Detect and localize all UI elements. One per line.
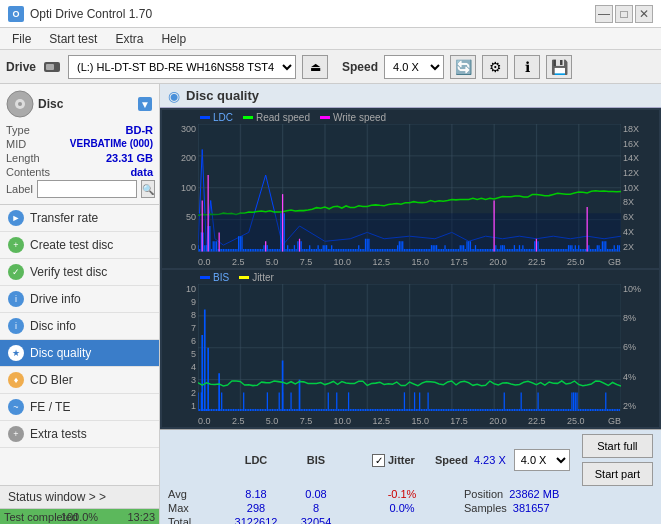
max-jitter: 0.0% [372,502,432,514]
y-label-right: 10% [623,284,641,294]
maximize-button[interactable]: □ [615,5,633,23]
y-label-right: 8X [623,197,634,207]
write-speed-legend-label: Write speed [333,112,386,123]
y-label: 10 [186,284,196,294]
samples-label: Samples [464,502,507,514]
x-label: 5.0 [266,416,279,426]
sidebar-item-disc-info[interactable]: i Disc info [0,313,159,340]
disc-mid-row: MID VERBATIMe (000) [6,138,153,150]
x-label: 15.0 [411,257,429,267]
refresh-button[interactable]: 🔄 [450,55,476,79]
sidebar-item-fe-te[interactable]: ~ FE / TE [0,394,159,421]
avg-jitter: -0.1% [372,488,432,500]
x-label: 12.5 [372,257,390,267]
disc-label-input[interactable] [37,180,137,198]
jitter-header-cell: ✓ Jitter [372,454,415,467]
stats-max-row: Max 298 8 0.0% Samples 381657 [164,502,657,514]
x-label: 7.5 [300,257,313,267]
speed-select-stats[interactable]: 4.0 X [514,449,570,471]
sidebar-item-drive-info[interactable]: i Drive info [0,286,159,313]
chart2-y-axis-right: 10% 8% 6% 4% 2% [621,284,659,412]
disc-options-icon[interactable]: ▼ [137,96,153,112]
y-label-right: 4% [623,372,636,382]
sidebar-item-disc-quality[interactable]: ★ Disc quality [0,340,159,367]
disc-header: Disc ▼ [6,90,153,118]
menu-extra[interactable]: Extra [107,30,151,48]
samples-value: 381657 [513,502,550,514]
disc-contents-row: Contents data [6,166,153,178]
disc-quality-header-icon: ◉ [168,88,180,104]
stats-header-row: LDC BIS ✓ Jitter Speed 4.23 X 4.0 X Star… [164,434,657,486]
chart1-legend: LDC Read speed Write speed [200,112,386,123]
x-label: 20.0 [489,416,507,426]
disc-quality-header: ◉ Disc quality [160,84,661,108]
start-full-button[interactable]: Start full [582,434,653,458]
main-layout: Disc ▼ Type BD-R MID VERBATIMe (000) Len… [0,84,661,524]
speed-value: 4.23 X [474,454,506,466]
disc-length-value: 23.31 GB [106,152,153,164]
disc-type-label: Type [6,124,30,136]
avg-label: Avg [168,488,224,500]
jitter-checkbox[interactable]: ✓ [372,454,385,467]
max-bis: 8 [288,502,344,514]
sidebar-item-label: FE / TE [30,400,70,414]
menu-help[interactable]: Help [153,30,194,48]
close-button[interactable]: ✕ [635,5,653,23]
bis-header: BIS [288,454,344,466]
total-ldc: 3122612 [228,516,284,524]
sidebar-item-extra-tests[interactable]: + Extra tests [0,421,159,448]
stats-total-row: Total 3122612 32054 [164,516,657,524]
legend-write-speed: Write speed [320,112,386,123]
disc-quality-title: Disc quality [186,88,259,103]
sidebar-item-create-test-disc[interactable]: + Create test disc [0,232,159,259]
y-label: 9 [191,297,196,307]
y-label-right: 2X [623,242,634,252]
y-label-right: 4X [623,227,634,237]
position-value: 23862 MB [509,488,559,500]
y-label: 4 [191,362,196,372]
disc-label-btn[interactable]: 🔍 [141,180,155,198]
y-label: 6 [191,336,196,346]
start-buttons: Start full Start part [582,434,653,486]
start-part-button[interactable]: Start part [582,462,653,486]
svg-text:▼: ▼ [140,99,150,110]
info-button[interactable]: ℹ [514,55,540,79]
y-label-right: 6X [623,212,634,222]
sidebar-item-cd-bier[interactable]: ♦ CD BIer [0,367,159,394]
y-label-right: 8% [623,313,636,323]
disc-mid-label: MID [6,138,26,150]
drive-info-icon: i [8,291,24,307]
x-label: 20.0 [489,257,507,267]
y-label-right: 6% [623,342,636,352]
x-label: 0.0 [198,257,211,267]
disc-section-title: Disc [38,97,63,111]
speed-select[interactable]: 4.0 X [384,55,444,79]
minimize-button[interactable]: — [595,5,613,23]
y-label: 0 [191,242,196,252]
disc-contents-label: Contents [6,166,50,178]
menu-start-test[interactable]: Start test [41,30,105,48]
chart1-container: LDC Read speed Write speed 300 200 100 [162,110,659,268]
x-label: 25.0 [567,416,585,426]
eject-button[interactable]: ⏏ [302,55,328,79]
y-label: 7 [191,323,196,333]
drivebar: Drive (L:) HL-DT-ST BD-RE WH16NS58 TST4 … [0,50,661,84]
drive-select[interactable]: (L:) HL-DT-ST BD-RE WH16NS58 TST4 [68,55,296,79]
progress-bar-container: Test completed 100.0% 13:23 [0,508,159,524]
sidebar-item-transfer-rate[interactable]: ► Transfer rate [0,205,159,232]
y-label-right: 10X [623,183,639,193]
status-window-button[interactable]: Status window > > [0,485,159,508]
jitter-legend-label: Jitter [252,272,274,283]
y-label: 200 [181,153,196,163]
save-button[interactable]: 💾 [546,55,572,79]
sidebar-item-verify-test-disc[interactable]: ✓ Verify test disc [0,259,159,286]
disc-length-row: Length 23.31 GB [6,152,153,164]
menu-file[interactable]: File [4,30,39,48]
chart1-svg [198,124,621,252]
drive-icon [42,57,62,77]
settings-button[interactable]: ⚙ [482,55,508,79]
disc-label-row: Label 🔍 [6,180,153,198]
y-label: 3 [191,375,196,385]
read-speed-legend-color [243,116,253,119]
position-label: Position [464,488,503,500]
